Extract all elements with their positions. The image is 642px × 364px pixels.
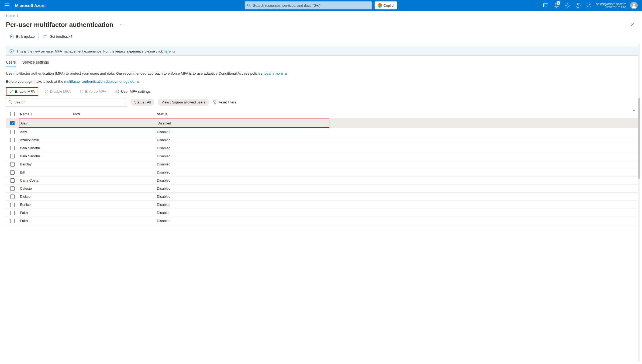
user-search-input[interactable]: [14, 100, 125, 104]
tab-users[interactable]: Users: [6, 58, 16, 67]
account-block[interactable]: balas@contoso.com IDENTITY IT PRO: [594, 2, 628, 9]
more-menu-icon[interactable]: ⋯: [120, 23, 124, 27]
vertical-scrollbar[interactable]: [638, 44, 640, 225]
table-header: Name ↑ UPN Status: [6, 110, 639, 119]
row-status: Disabled: [157, 170, 639, 174]
table-row[interactable]: BarclayDisabled: [6, 160, 639, 168]
table-row[interactable]: Bala SandhuDisabled: [6, 144, 639, 152]
user-mfa-settings-button[interactable]: User MFA settings: [113, 88, 153, 95]
feedback-label: Got feedback?: [50, 34, 73, 39]
breadcrumb-home[interactable]: Home: [6, 14, 15, 18]
feedback-button[interactable]: Got feedback?: [39, 32, 76, 40]
copilot-label: Copilot: [384, 4, 394, 8]
notifications-icon[interactable]: 1: [551, 0, 562, 11]
tab-service-settings[interactable]: Service settings: [22, 58, 49, 67]
row-name: Celeste: [19, 186, 73, 190]
external-link-icon: ⧉: [136, 80, 139, 83]
cloud-shell-icon[interactable]: [540, 0, 551, 11]
row-status: Disabled: [157, 178, 639, 182]
scrollbar-thumb[interactable]: [638, 98, 640, 179]
select-all-checkbox[interactable]: [10, 112, 15, 116]
breadcrumb: Home ⟩: [3, 11, 642, 20]
view-filter-pill[interactable]: View : Sign-in allowed users: [158, 99, 209, 106]
row-status: Disabled: [157, 154, 639, 158]
status-filter-pill[interactable]: Status : All: [130, 99, 154, 106]
brand-label: Microsoft Azure: [15, 3, 46, 8]
table-row[interactable]: FaithDisabled: [6, 217, 639, 225]
sort-arrow-icon: ↑: [30, 112, 32, 116]
table-row[interactable]: CelesteDisabled: [6, 185, 639, 193]
col-header-status[interactable]: Status: [157, 112, 639, 116]
hamburger-menu-icon[interactable]: [2, 1, 12, 10]
user-search[interactable]: [6, 98, 127, 106]
desc1-text: Use multifactor authentication (MFA) to …: [6, 71, 264, 75]
row-checkbox[interactable]: [10, 211, 15, 215]
row-name: Amy: [19, 130, 73, 134]
notif-badge: 1: [557, 1, 560, 5]
row-checkbox[interactable]: [10, 121, 15, 125]
global-search[interactable]: [245, 1, 372, 9]
row-name: Barclay: [19, 162, 73, 166]
row-checkbox[interactable]: [10, 219, 15, 223]
svg-point-2: [567, 5, 568, 6]
help-icon[interactable]: [573, 0, 584, 11]
copilot-button[interactable]: Copilot: [375, 1, 397, 9]
row-checkbox[interactable]: [10, 186, 15, 191]
learn-more-link[interactable]: Learn more: [264, 71, 283, 75]
col-header-name[interactable]: Name ↑: [19, 112, 73, 116]
table-row[interactable]: AzureAdminDisabled: [6, 136, 639, 144]
table-row[interactable]: EuniceDisabled: [6, 201, 639, 209]
row-status: Disabled: [157, 203, 639, 207]
bulk-update-icon: [10, 34, 14, 39]
table-row[interactable]: DicksonDisabled: [6, 193, 639, 201]
external-link-icon: ⧉: [284, 72, 287, 75]
mfa-action-row: Enable MFA Disable MFA Enforce MFA User …: [3, 87, 642, 96]
table-row[interactable]: FaithDisabled: [6, 209, 639, 217]
row-status: Disabled: [157, 146, 639, 150]
row-checkbox[interactable]: [10, 154, 15, 158]
table-row[interactable]: Bala SandhuDisabled: [6, 152, 639, 160]
close-blade-icon[interactable]: [630, 23, 634, 27]
row-checkbox[interactable]: [10, 130, 15, 134]
info-icon: [9, 49, 14, 53]
row-checkbox[interactable]: [10, 203, 15, 207]
col-header-upn[interactable]: UPN: [73, 112, 157, 116]
scroll-up-icon[interactable]: ▲: [632, 108, 636, 112]
table-row[interactable]: AmyDisabled: [6, 128, 639, 136]
avatar[interactable]: [630, 2, 638, 9]
svg-point-10: [9, 101, 11, 103]
description-1: Use multifactor authentication (MFA) to …: [3, 67, 642, 78]
filter-row: Status : All View : Sign-in allowed user…: [3, 96, 642, 110]
table-row[interactable]: BillDisabled: [6, 168, 639, 176]
reset-filters-button[interactable]: Reset filters: [212, 100, 236, 104]
enable-mfa-button[interactable]: Enable MFA: [6, 87, 38, 96]
table-row[interactable]: Carla CostaDisabled: [6, 176, 639, 185]
row-checkbox[interactable]: [10, 195, 15, 199]
svg-point-6: [43, 35, 45, 36]
row-checkbox[interactable]: [10, 146, 15, 150]
bulk-update-button[interactable]: Bulk update: [6, 32, 39, 40]
svg-point-9: [117, 91, 118, 92]
table-row[interactable]: AlainDisabled: [6, 119, 639, 128]
row-checkbox[interactable]: [10, 162, 15, 167]
row-checkbox[interactable]: [10, 170, 15, 175]
table-body: AlainDisabledAmyDisabledAzureAdminDisabl…: [6, 119, 639, 225]
row-name: Bala Sandhu: [19, 146, 73, 150]
deployment-guide-link[interactable]: multifactor authentication deployment gu…: [64, 79, 135, 84]
global-search-input[interactable]: [253, 4, 370, 8]
svg-point-5: [633, 4, 635, 6]
chevron-right-icon: ⟩: [17, 14, 18, 18]
user-table: ▲ Name ↑ UPN Status AlainDisabledAmyDisa…: [3, 110, 642, 225]
row-checkbox[interactable]: [10, 138, 15, 142]
settings-icon[interactable]: [562, 0, 573, 11]
row-status: Disabled: [157, 186, 639, 190]
title-row: Per-user multifactor authentication ⋯: [3, 20, 642, 31]
account-role: IDENTITY IT PRO: [605, 6, 626, 9]
info-banner: This is the new per-user MFA management …: [6, 47, 639, 56]
description-2: Before you begin, take a look at the mul…: [3, 78, 642, 87]
gear-icon: [115, 89, 119, 93]
row-checkbox[interactable]: [10, 178, 15, 183]
svg-point-4: [588, 4, 590, 5]
feedback-icon[interactable]: [584, 0, 594, 11]
legacy-link[interactable]: here: [164, 49, 171, 53]
